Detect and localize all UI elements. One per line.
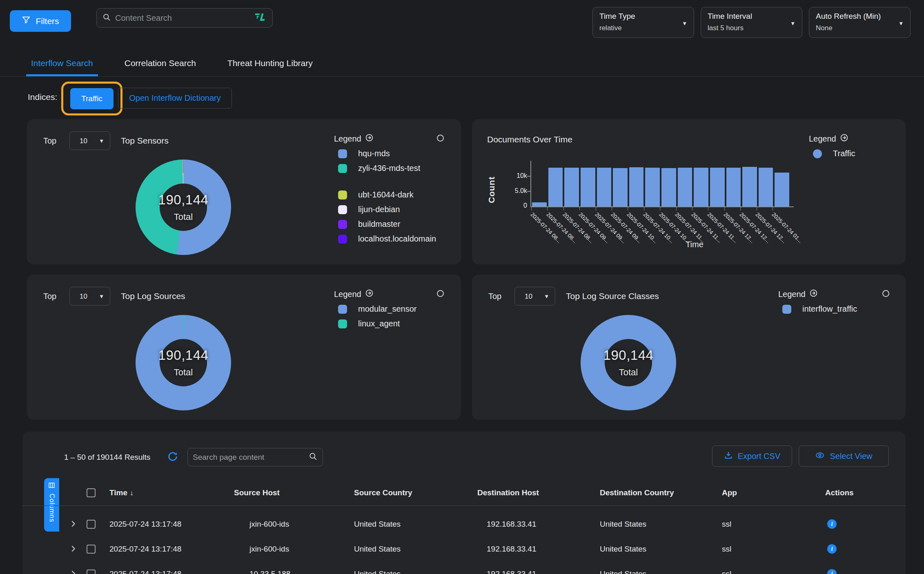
y-axis-title: Count [487,176,497,203]
page-search[interactable] [187,448,323,466]
page-search-input[interactable] [193,453,309,462]
cell-destination-host: 192.168.33.41 [477,520,600,529]
column-header-source-host[interactable]: Source Host [234,488,354,497]
expand-row-icon[interactable] [69,519,78,529]
legend-toggle-circle[interactable] [437,290,444,297]
cell-destination-country: United States [600,570,722,574]
cell-source-host: 10.33.5.188 [234,570,354,574]
time-type-dropdown[interactable]: Time Type relative ▼ [592,7,694,38]
export-csv-button[interactable]: Export CSV [712,445,792,467]
top-log-sources-donut[interactable]: 190,144 Total [136,315,231,410]
refresh-icon[interactable] [166,450,179,463]
table-row[interactable]: 2025-07-24 13:17:48 jxin-600-ids United … [22,512,906,536]
tab-correlation-search[interactable]: Correlation Search [120,56,201,76]
legend-title: Legend [778,290,806,299]
column-header-app[interactable]: App [722,488,825,497]
legend-toggle-circle[interactable] [882,290,889,297]
legend-item[interactable]: Traffic [809,149,891,158]
legend-item[interactable]: localhost.localdomain [334,234,452,244]
top-log-source-classes-donut[interactable]: 190,144 Total [581,315,676,410]
legend-item[interactable]: linux_agent [334,319,452,328]
sort-desc-icon: ↓ [130,489,134,497]
top-n-select[interactable]: 10 ▼ [514,287,555,306]
legend-expand-icon[interactable] [365,289,373,299]
table-row[interactable]: 2025-07-24 13:17:48 jxin-600-ids United … [22,536,906,561]
legend-item[interactable]: interflow_traffic [778,304,897,314]
legend-item[interactable]: buildmaster [334,219,452,229]
legend-swatch [813,149,822,158]
column-header-source-country[interactable]: Source Country [354,488,477,497]
info-icon[interactable]: i [827,569,837,574]
table-header-row: Time↓ Source Host Source Country Destina… [22,480,906,506]
expand-row-icon[interactable] [69,569,78,574]
legend-title: Legend [809,134,836,144]
filters-button[interactable]: Filters [10,10,71,32]
y-tick-label: 0 [507,202,527,209]
traffic-index-button[interactable]: Traffic [70,88,114,109]
legend-expand-icon[interactable] [840,134,848,144]
top-n-select[interactable]: 10 ▼ [69,131,110,150]
bar [710,168,725,206]
cell-app: ssl [722,520,825,529]
info-icon[interactable]: i [827,544,837,554]
donut-total-value: 190,144 [603,348,654,363]
legend-title: Legend [334,290,361,299]
chevron-down-icon: ▼ [99,293,104,299]
traffic-bar-series[interactable] [532,167,789,206]
x-axis-ticks [531,207,788,211]
open-interflow-dictionary-button[interactable]: Open Interflow Dictionary [118,88,232,109]
column-header-destination-country[interactable]: Destination Country [600,488,722,497]
top-label: Top [43,292,56,301]
y-tick-label: 10k [507,172,527,180]
row-checkbox[interactable] [87,570,96,574]
legend-item[interactable]: ubt-16044-dark [334,190,452,199]
legend-swatch [782,305,791,314]
row-checkbox[interactable] [87,520,96,529]
bar [742,167,757,206]
main-tabs: Interflow Search Correlation Search Thre… [0,56,924,77]
traffic-highlight-ring: Traffic [61,82,122,115]
auto-refresh-label: Auto Refresh (Min) [816,12,904,21]
expand-row-icon[interactable] [69,544,78,554]
top-log-source-classes-legend: Legend interflow_traffic [778,289,897,314]
query-language-icon[interactable] [254,13,267,23]
donut-total-value: 190,144 [158,192,209,208]
cell-source-host: jxin-600-ids [234,520,354,529]
info-icon[interactable]: i [827,519,837,529]
select-view-button[interactable]: Select View [799,445,889,467]
column-header-destination-host[interactable]: Destination Host [477,488,600,497]
download-icon [724,451,733,462]
indices-row: Indices: Traffic Open Interflow Dictiona… [0,80,924,117]
bar [759,168,773,206]
content-search[interactable] [96,8,273,28]
indices-label: Indices: [28,92,57,102]
legend-expand-icon[interactable] [810,289,817,299]
x-axis-title: Time [678,240,711,249]
top-n-select[interactable]: 10 ▼ [69,287,110,306]
legend-expand-icon[interactable] [365,134,373,144]
legend-toggle-circle[interactable] [437,135,444,142]
column-header-time[interactable]: Time↓ [109,488,234,497]
documents-legend: Legend Traffic [809,134,891,158]
cell-source-country: United States [354,520,477,529]
auto-refresh-dropdown[interactable]: Auto Refresh (Min) None ▼ [809,7,911,38]
tab-interflow-search[interactable]: Interflow Search [26,56,98,76]
table-row[interactable]: 2025-07-24 13:17:48 10.33.5.188 United S… [22,561,906,574]
cell-time: 2025-07-24 13:17:48 [109,545,234,554]
top-label: Top [488,292,501,301]
legend-item[interactable]: hqu-mds [334,149,452,158]
bar [678,168,692,206]
tab-threat-hunting-library[interactable]: Threat Hunting Library [223,56,318,76]
chevron-down-icon: ▼ [682,20,687,27]
cell-destination-host: 192.168.33.41 [477,570,600,574]
row-checkbox[interactable] [87,545,96,554]
legend-item[interactable]: zyli-436-mds-test [334,164,452,173]
donut-total-value: 190,144 [158,348,209,363]
select-all-checkbox[interactable] [87,488,96,497]
time-interval-dropdown[interactable]: Time Interval last 5 hours ▼ [701,7,802,38]
legend-item[interactable]: lijun-debian [334,205,452,214]
content-search-input[interactable] [115,13,250,23]
top-sensors-donut[interactable]: 190,144 Total [136,160,231,255]
legend-item[interactable]: modular_sensor [334,304,452,314]
cell-time: 2025-07-24 13:17:48 [109,520,234,529]
